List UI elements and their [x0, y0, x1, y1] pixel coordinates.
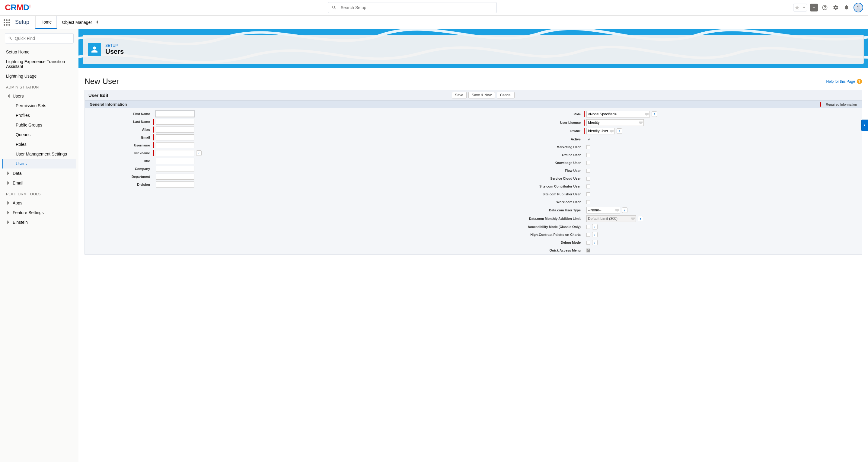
page-title: New User — [85, 77, 119, 86]
service-cloud-user-checkbox[interactable] — [586, 177, 590, 180]
debug-mode-checkbox[interactable] — [586, 241, 590, 244]
sidebar-data-label: Data — [13, 171, 22, 176]
tab-object-manager[interactable]: Object Manager — [57, 16, 103, 29]
last-name-input[interactable] — [156, 119, 194, 125]
user-avatar[interactable] — [854, 3, 863, 12]
profile-select[interactable]: Identity User — [586, 128, 615, 134]
context-bar: Setup Home Object Manager — [0, 16, 868, 29]
label-alias: Alias — [87, 128, 153, 132]
info-button[interactable]: i — [592, 232, 597, 237]
cancel-button[interactable]: Cancel — [497, 92, 515, 98]
save-and-new-button[interactable]: Save & New — [468, 92, 495, 98]
sidebar-lightning-usage[interactable]: Lightning Usage — [2, 71, 76, 81]
first-name-input[interactable] — [156, 111, 194, 117]
label-flow-user: Flow User — [475, 169, 584, 172]
quick-find-input[interactable] — [15, 36, 70, 41]
label-email: Email — [87, 136, 153, 139]
global-header: CRMD+ — [0, 0, 868, 16]
title-input[interactable] — [156, 158, 194, 164]
panel-title: User Edit — [88, 93, 108, 98]
page-hero: SETUP Users — [79, 29, 868, 68]
user-edit-panel: User Edit Save Save & New Cancel General… — [85, 90, 862, 255]
sidebar-data[interactable]: Data — [2, 169, 76, 178]
sidebar-profiles[interactable]: Profiles — [2, 111, 76, 120]
sidebar-users[interactable]: Users — [2, 159, 76, 169]
help-for-page-link[interactable]: Help for this Page ? — [826, 79, 862, 84]
label-quick-access: Quick Access Menu — [475, 249, 584, 252]
sidebar-public-groups[interactable]: Public Groups — [2, 120, 76, 130]
sidebar-lex-assistant[interactable]: Lightning Experience Transition Assistan… — [2, 57, 76, 71]
label-service-cloud-user: Service Cloud User — [475, 177, 584, 180]
sidebar-section-platform: PLATFORM TOOLS — [2, 188, 76, 198]
favorites-dropdown[interactable] — [801, 4, 807, 11]
app-launcher-button[interactable] — [0, 16, 13, 29]
main-content: SETUP Users New User Help for this Page … — [79, 29, 868, 462]
app-name: Setup — [13, 16, 35, 29]
label-offline-user: Offline User — [475, 153, 584, 157]
email-input[interactable] — [156, 134, 194, 140]
sidebar-user-mgmt-settings[interactable]: User Management Settings — [2, 149, 76, 159]
info-button[interactable]: i — [592, 224, 597, 230]
chevron-right-icon — [6, 171, 11, 176]
global-create-button[interactable] — [810, 4, 818, 11]
label-role: Role — [475, 112, 584, 116]
sidebar-users-parent[interactable]: Users — [2, 91, 76, 101]
username-input[interactable] — [156, 142, 194, 148]
division-input[interactable] — [156, 181, 194, 187]
notifications-button[interactable] — [843, 4, 850, 11]
info-button[interactable]: i — [196, 150, 202, 156]
flow-user-checkbox[interactable] — [586, 169, 590, 173]
quick-find[interactable] — [5, 33, 74, 44]
offline-user-checkbox[interactable] — [586, 153, 590, 157]
high-contrast-checkbox[interactable] — [586, 233, 590, 237]
sidebar-email[interactable]: Email — [2, 178, 76, 188]
svg-point-0 — [857, 5, 860, 8]
favorites-button[interactable] — [793, 4, 807, 11]
sidebar-setup-home[interactable]: Setup Home — [2, 47, 76, 57]
sidebar-apps[interactable]: Apps — [2, 198, 76, 208]
department-input[interactable] — [156, 174, 194, 180]
sidebar-feature-settings[interactable]: Feature Settings — [2, 208, 76, 218]
sidebar-queues[interactable]: Queues — [2, 130, 76, 140]
info-button[interactable]: i — [652, 111, 657, 117]
label-active: Active — [475, 137, 584, 141]
sidebar-users-label: Users — [13, 94, 24, 98]
chevron-right-icon — [6, 210, 11, 215]
label-site-publisher: Site.com Publisher User — [475, 192, 584, 196]
role-select[interactable]: <None Specified> — [586, 111, 650, 117]
info-button[interactable]: i — [638, 216, 643, 221]
setup-gear-button[interactable] — [832, 4, 840, 11]
info-button[interactable]: i — [622, 207, 627, 213]
label-last-name: Last Name — [87, 120, 153, 123]
global-search-input[interactable] — [341, 5, 493, 10]
help-button[interactable] — [821, 4, 829, 11]
nickname-input[interactable] — [156, 150, 194, 156]
chevron-right-icon — [6, 180, 11, 185]
global-search[interactable] — [328, 2, 497, 13]
star-icon — [794, 4, 801, 11]
user-license-select[interactable]: Identity — [586, 119, 644, 126]
label-marketing-user: Marketing User — [475, 145, 584, 149]
side-panel-toggle[interactable] — [861, 120, 868, 131]
knowledge-user-checkbox[interactable] — [586, 161, 590, 165]
accessibility-checkbox[interactable] — [586, 225, 590, 229]
site-contributor-checkbox[interactable] — [586, 184, 590, 189]
quick-access-checkbox[interactable] — [586, 249, 590, 253]
marketing-user-checkbox[interactable] — [586, 145, 590, 149]
sidebar-permission-sets[interactable]: Permission Sets — [2, 101, 76, 111]
work-user-checkbox[interactable] — [586, 200, 590, 204]
sidebar-roles[interactable]: Roles — [2, 140, 76, 149]
info-button[interactable]: i — [592, 240, 597, 245]
alias-input[interactable] — [156, 126, 194, 133]
label-first-name: First Name — [87, 112, 153, 116]
info-button[interactable]: i — [617, 128, 622, 134]
company-input[interactable] — [156, 166, 194, 172]
chevron-right-icon — [6, 220, 11, 225]
data-user-type-select[interactable]: --None-- — [586, 207, 620, 213]
site-publisher-checkbox[interactable] — [586, 192, 590, 196]
tab-home[interactable]: Home — [35, 16, 57, 29]
data-limit-select[interactable]: Default Limit (300) — [586, 215, 636, 222]
active-checkmark-icon: ✓ — [588, 137, 592, 142]
sidebar-einstein[interactable]: Einstein — [2, 218, 76, 227]
save-button[interactable]: Save — [452, 92, 467, 98]
